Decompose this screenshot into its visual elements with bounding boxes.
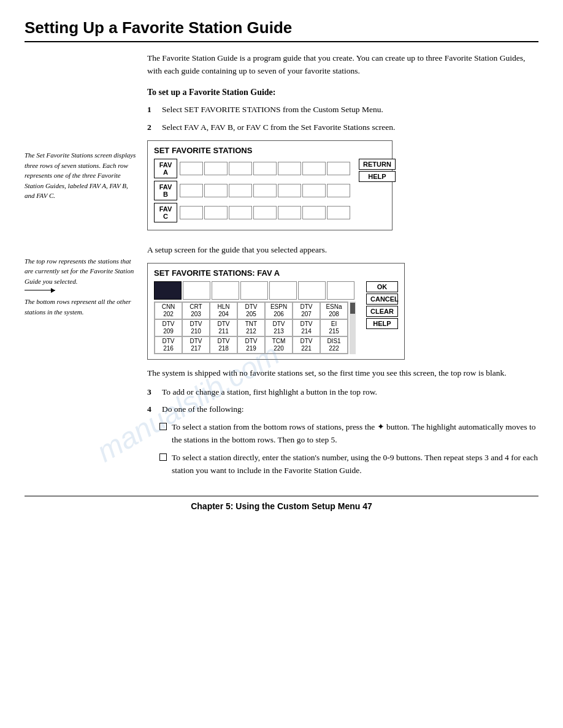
cell-dtv-218[interactable]: DTV218: [210, 336, 237, 354]
sub-step-1: To select a station from the bottom rows…: [159, 421, 538, 447]
fav-b-cell-1[interactable]: [180, 184, 203, 197]
fav-row-b: FAV B: [154, 181, 350, 200]
fav-c-cell-3[interactable]: [229, 206, 252, 219]
step-4: 4 Do one of the following:: [147, 403, 538, 416]
fav-b-cell-5[interactable]: [278, 184, 301, 197]
cell-esna-208[interactable]: ESNa208: [320, 302, 348, 319]
fav-b-cell-4[interactable]: [253, 184, 277, 197]
caption-top: The Set Favorite Stations screen display…: [25, 150, 137, 201]
step-2-text: Select FAV A, FAV B, or FAV C from the S…: [162, 121, 395, 134]
fav-b-cell-2[interactable]: [204, 184, 228, 197]
cancel-button[interactable]: CANCEL: [366, 294, 398, 305]
fav-c-cells: [180, 206, 350, 219]
right-column-2: A setup screen for the guide that you se…: [147, 244, 538, 483]
caption-mid2: The bottom rows represent all the other …: [25, 297, 137, 317]
page-title: Setting Up a Favorite Station Guide: [25, 18, 538, 42]
fav-a-title: SET FAVORITE STATIONS: FAV A: [154, 268, 398, 278]
cell-dtv-217[interactable]: DTV217: [182, 336, 210, 354]
fav-a-grid: CNN202 CRT203 HLN204 DTV205 ESPN206 DTV2…: [154, 281, 362, 354]
cell-tnt-212[interactable]: TNT212: [237, 319, 265, 336]
cell-dtv-213[interactable]: DTV213: [265, 319, 293, 336]
cell-espn-206[interactable]: ESPN206: [265, 302, 293, 319]
fav-row-a: FAV A: [154, 159, 350, 178]
scroll-thumb[interactable]: [350, 303, 355, 314]
fav-b-cells: [180, 184, 350, 197]
step-1-num: 1: [147, 104, 157, 116]
cell-dtv-209[interactable]: DTV209: [155, 319, 182, 336]
cell-dtv-211[interactable]: DTV211: [210, 319, 237, 336]
fav-c-cell-7[interactable]: [327, 206, 350, 219]
fav-a-inner: CNN202 CRT203 HLN204 DTV205 ESPN206 DTV2…: [154, 281, 398, 354]
fav-b-cell-6[interactable]: [302, 184, 326, 197]
fav-a-cell-2[interactable]: [204, 162, 228, 175]
right-column: The Favorite Station Guide is a program …: [147, 52, 538, 239]
fav-b-label[interactable]: FAV B: [154, 181, 177, 200]
intro-paragraph: The Favorite Station Guide is a program …: [147, 52, 538, 78]
checkbox-1: [159, 423, 167, 430]
fav-c-cell-4[interactable]: [253, 206, 277, 219]
fav-a-label[interactable]: FAV A: [154, 159, 177, 178]
cell-tcm-220[interactable]: TCM220: [265, 336, 293, 354]
steps-3-4: 3 To add or change a station, first high…: [147, 386, 538, 417]
arrow-icon: [25, 290, 55, 290]
fav-a-top-cell-5[interactable]: [269, 281, 297, 300]
fav-a-top-cell-4[interactable]: [240, 281, 268, 300]
cell-ei-215[interactable]: EI215: [320, 319, 348, 336]
setup-heading: To set up a Favorite Station Guide:: [147, 88, 538, 97]
station-row-3: DTV216 DTV217 DTV218 DTV219 TCM220 DTV22…: [155, 336, 348, 354]
fav-b-cell-7[interactable]: [327, 184, 350, 197]
fav-c-cell-1[interactable]: [180, 206, 203, 219]
steps-list: 1 Select SET FAVORITE STATIONS from the …: [147, 104, 538, 134]
ok-button[interactable]: OK: [366, 281, 398, 292]
cell-dtv-216[interactable]: DTV216: [155, 336, 182, 354]
cell-hln-204[interactable]: HLN204: [210, 302, 237, 319]
cell-crt-203[interactable]: CRT203: [182, 302, 210, 319]
scrollbar[interactable]: [350, 301, 356, 354]
cell-dtv-221[interactable]: DTV221: [293, 336, 320, 354]
cell-dtv-210[interactable]: DTV210: [182, 319, 210, 336]
fav-a-cell-3[interactable]: [229, 162, 252, 175]
return-button[interactable]: RETURN: [359, 159, 396, 170]
cell-cnn-202[interactable]: CNN202: [155, 302, 182, 319]
left-captions: The Set Favorite Stations screen display…: [25, 52, 147, 239]
step-1-text: Select SET FAVORITE STATIONS from the Cu…: [162, 104, 383, 116]
fav-c-label[interactable]: FAV C: [154, 203, 177, 222]
fav-side-buttons: RETURN HELP: [359, 159, 396, 182]
fav-c-cell-5[interactable]: [278, 206, 301, 219]
station-grid: CNN202 CRT203 HLN204 DTV205 ESPN206 DTV2…: [154, 301, 348, 354]
fav-stations-title: SET FAVORITE STATIONS: [154, 146, 386, 155]
cell-dtv-219[interactable]: DTV219: [237, 336, 265, 354]
fav-a-top-cell-2[interactable]: [183, 281, 210, 300]
step-4-num: 4: [147, 403, 157, 416]
fav-a-top-cell-3[interactable]: [212, 281, 239, 300]
cell-dtv-207[interactable]: DTV207: [293, 302, 320, 319]
fav-a-cell-7[interactable]: [327, 162, 350, 175]
fav-stations-box: SET FAVORITE STATIONS FAV A: [147, 140, 393, 230]
step-2-num: 2: [147, 121, 157, 134]
sub-step-2: To select a station directly, enter the …: [159, 452, 538, 477]
fav-c-cell-6[interactable]: [302, 206, 326, 219]
fav-a-box: SET FAVORITE STATIONS: FAV A: [147, 263, 405, 360]
fav-a-top-row: [154, 281, 362, 300]
fav-a-top-cell-7[interactable]: [327, 281, 354, 300]
clear-button[interactable]: CLEAR: [366, 306, 398, 317]
fav-a-cell-6[interactable]: [302, 162, 326, 175]
fav-a-top-cell-6[interactable]: [298, 281, 326, 300]
fav-a-cell-1[interactable]: [180, 162, 203, 175]
fav-c-cell-2[interactable]: [204, 206, 228, 219]
cell-dtv-205[interactable]: DTV205: [237, 302, 265, 319]
station-row-2: DTV209 DTV210 DTV211 TNT212 DTV213 DTV21…: [155, 319, 348, 336]
help-button-fav-a[interactable]: HELP: [366, 318, 398, 329]
help-button-top[interactable]: HELP: [359, 171, 396, 182]
step-4-text: Do one of the following:: [162, 403, 243, 416]
fav-b-cell-3[interactable]: [229, 184, 252, 197]
cell-dis1-222[interactable]: DIS1222: [320, 336, 348, 354]
step-2: 2 Select FAV A, FAV B, or FAV C from the…: [147, 121, 538, 134]
caption-mid1-text: The top row represents the stations that…: [25, 256, 137, 287]
sub-steps-list: To select a station from the bottom rows…: [159, 421, 538, 477]
fav-a-cells: [180, 162, 350, 175]
cell-dtv-214[interactable]: DTV214: [293, 319, 320, 336]
fav-a-cell-4[interactable]: [253, 162, 277, 175]
fav-a-cell-5[interactable]: [278, 162, 301, 175]
fav-a-selected-cell[interactable]: [154, 281, 182, 300]
